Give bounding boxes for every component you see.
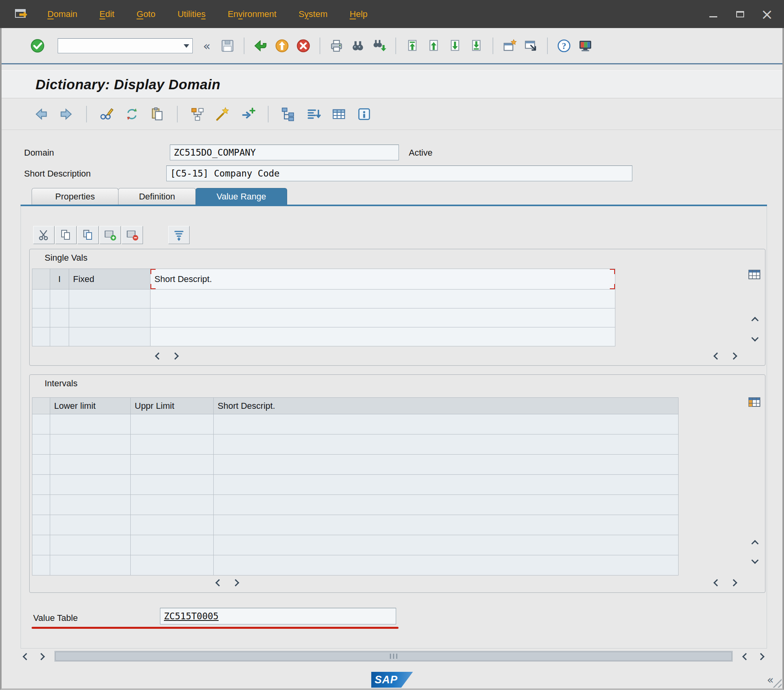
table-cell[interactable]	[214, 434, 679, 455]
copy-icon[interactable]	[148, 105, 167, 124]
back-icon[interactable]	[252, 37, 270, 55]
system-menu-icon[interactable]	[14, 8, 29, 20]
table-cell[interactable]	[131, 455, 214, 475]
close-button[interactable]: ×	[762, 9, 772, 19]
table-row[interactable]	[32, 535, 679, 555]
last-page-icon[interactable]	[467, 37, 485, 55]
table-cell[interactable]	[69, 290, 150, 308]
row-selector-cell[interactable]	[32, 555, 50, 575]
collapse-panel-icon[interactable]: «	[767, 673, 774, 686]
table-cell[interactable]	[131, 414, 214, 434]
row-selector-cell[interactable]	[32, 495, 50, 515]
scroll-right-button[interactable]	[728, 577, 739, 588]
column-header-i[interactable]: I	[50, 269, 69, 290]
menu-item-environment[interactable]: Environment	[227, 9, 276, 19]
row-selector-cell[interactable]	[32, 327, 50, 346]
exit-icon[interactable]	[273, 37, 291, 55]
row-selector-cell[interactable]	[32, 515, 50, 535]
minimize-button[interactable]	[708, 9, 718, 19]
scroll-left-button[interactable]	[153, 350, 164, 361]
scroll-down-button[interactable]	[749, 332, 760, 343]
back-arrow-icon[interactable]	[32, 105, 51, 124]
table-settings-icon[interactable]	[748, 397, 760, 408]
table-cell[interactable]	[69, 327, 150, 346]
scroll-left-button[interactable]	[711, 350, 722, 361]
table-cell[interactable]	[50, 434, 131, 455]
table-cell[interactable]	[50, 535, 131, 555]
scroll-left-button[interactable]	[213, 577, 224, 588]
scroll-left-button[interactable]	[739, 651, 752, 662]
delete-row-icon[interactable]	[122, 226, 143, 244]
table-cell[interactable]	[150, 327, 615, 346]
table-row[interactable]	[32, 434, 679, 455]
table-cell[interactable]	[50, 475, 131, 495]
table-cell[interactable]	[131, 515, 214, 535]
table-row[interactable]	[32, 308, 615, 327]
table-row[interactable]	[32, 290, 615, 308]
table-cell[interactable]	[214, 555, 679, 575]
table-cell[interactable]	[214, 495, 679, 515]
column-header-short-descript[interactable]: Short Descript.	[214, 398, 679, 414]
table-row[interactable]	[32, 515, 679, 535]
table-cell[interactable]	[214, 515, 679, 535]
scroll-right-button[interactable]	[230, 577, 241, 588]
table-cell[interactable]	[50, 515, 131, 535]
row-selector-cell[interactable]	[32, 475, 50, 495]
table-cell[interactable]	[50, 414, 131, 434]
table-cell[interactable]	[50, 327, 69, 346]
column-header-short-descript[interactable]: Short Descript.	[150, 269, 615, 290]
where-used-icon[interactable]	[188, 105, 207, 124]
help-icon[interactable]: ?	[555, 37, 573, 55]
menu-item-edit[interactable]: Edit	[100, 9, 115, 19]
condense-icon[interactable]	[168, 226, 190, 244]
create-shortcut-icon[interactable]	[522, 37, 540, 55]
menu-item-help[interactable]: Help	[350, 9, 367, 19]
table-cell[interactable]	[50, 455, 131, 475]
table-contents-icon[interactable]	[329, 105, 348, 124]
scroll-right-button[interactable]	[728, 350, 739, 361]
column-header-fixed[interactable]: Fixed	[69, 269, 150, 290]
menu-item-utilities[interactable]: Utilities	[177, 9, 205, 19]
table-cell[interactable]	[69, 308, 150, 327]
table-cell[interactable]	[131, 475, 214, 495]
column-header-uppr-limit[interactable]: Uppr Limit	[131, 398, 214, 414]
row-selector-header[interactable]	[32, 269, 50, 290]
table-cell[interactable]	[50, 555, 131, 575]
row-selector-cell[interactable]	[32, 308, 50, 327]
collapse-toolbar-icon[interactable]: «	[203, 39, 211, 53]
new-session-icon[interactable]	[500, 37, 519, 55]
find-next-icon[interactable]	[370, 37, 388, 55]
table-cell[interactable]	[131, 434, 214, 455]
table-cell[interactable]	[214, 455, 679, 475]
value-table-field[interactable]: ZC515T0005	[160, 608, 396, 624]
chevron-down-icon[interactable]	[184, 44, 189, 48]
copy-rows-icon[interactable]	[55, 226, 77, 244]
menu-item-domain[interactable]: Domain	[47, 9, 77, 19]
row-selector-cell[interactable]	[32, 414, 50, 434]
table-cell[interactable]	[50, 495, 131, 515]
cut-icon[interactable]	[33, 226, 55, 244]
table-row[interactable]	[32, 327, 615, 346]
row-selector-header[interactable]	[32, 398, 50, 414]
customize-layout-icon[interactable]	[576, 37, 594, 55]
column-header-lower-limit[interactable]: Lower limit	[50, 398, 131, 414]
table-settings-icon[interactable]	[748, 270, 760, 281]
tab-value-range[interactable]: Value Range	[196, 188, 287, 205]
scroll-left-button[interactable]	[711, 577, 722, 588]
scroll-up-button[interactable]	[749, 538, 760, 549]
domain-field[interactable]: ZC515DO_COMPANY	[170, 145, 399, 160]
scroll-left-button[interactable]	[20, 651, 32, 662]
table-cell[interactable]	[214, 535, 679, 555]
row-selector-cell[interactable]	[32, 535, 50, 555]
table-row[interactable]	[32, 555, 679, 575]
previous-page-icon[interactable]	[425, 37, 443, 55]
display-change-icon[interactable]	[97, 105, 116, 124]
scroll-right-button[interactable]	[169, 350, 180, 361]
first-page-icon[interactable]	[403, 37, 421, 55]
goto-next-icon[interactable]	[239, 105, 258, 124]
menu-item-system[interactable]: System	[299, 9, 327, 19]
maximize-button[interactable]	[735, 9, 745, 19]
save-icon[interactable]	[218, 37, 237, 55]
table-cell[interactable]	[50, 290, 69, 308]
paste-rows-icon[interactable]	[77, 226, 99, 244]
